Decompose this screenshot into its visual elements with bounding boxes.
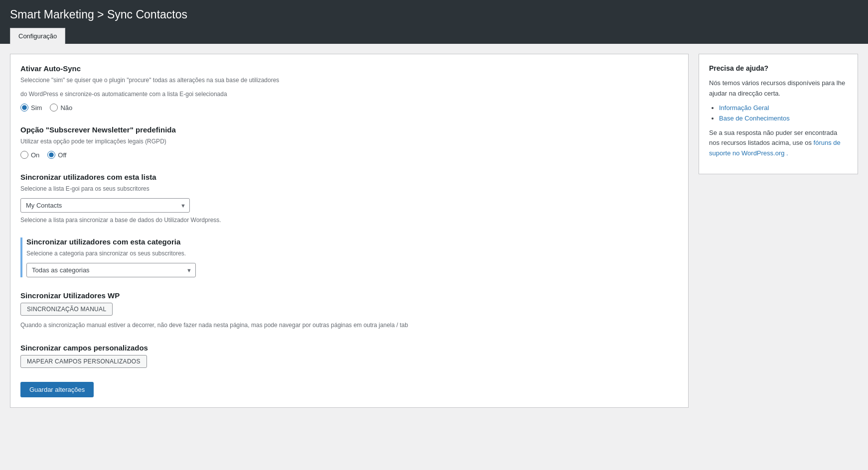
newsletter-on-radio[interactable] <box>20 151 28 159</box>
manual-sync-button[interactable]: SINCRONIZAÇÃO MANUAL <box>20 303 113 316</box>
sidebar-link-item-1: Base de Conhecimentos <box>719 115 848 122</box>
sidebar-links-list: Informação Geral Base de Conhecimentos <box>719 104 848 122</box>
page-header: Smart Marketing > Sync Contactos Configu… <box>0 0 868 44</box>
sync-wp-users-desc: Quando a sincronização manual estiver a … <box>20 321 678 330</box>
newsletter-off-radio[interactable] <box>47 151 55 159</box>
map-custom-fields-button[interactable]: MAPEAR CAMPOS PERSONALIZADOS <box>20 355 147 368</box>
newsletter-radio-group: On Off <box>20 151 678 159</box>
newsletter-off-label[interactable]: Off <box>47 151 66 159</box>
section-newsletter: Opção "Subscrever Newsletter" predefinid… <box>20 125 678 159</box>
sidebar-title: Precisa de ajuda? <box>709 64 848 72</box>
newsletter-on-label[interactable]: On <box>20 151 39 159</box>
sync-wp-users-title: Sincronizar Utilizadores WP <box>20 291 678 300</box>
sync-category-select[interactable]: Todas as categorias <box>26 263 196 277</box>
sidebar-intro: Nós temos vários recursos disponíveis pa… <box>709 78 848 99</box>
auto-sync-desc1: Seleccione "sim" se quiser que o plugin … <box>20 76 678 85</box>
save-button[interactable]: Guardar alterações <box>20 382 94 397</box>
sync-list-title: Sincronizar utilizadores com esta lista <box>20 173 678 181</box>
tabs-bar: Configuração <box>10 27 858 44</box>
main-panel: Ativar Auto-Sync Seleccione "sim" se qui… <box>10 54 689 408</box>
sync-list-select[interactable]: My Contacts <box>20 198 190 213</box>
sidebar-panel: Precisa de ajuda? Nós temos vários recur… <box>699 54 858 174</box>
sync-list-hint: Selecione a lista para sincronizar a bas… <box>20 217 678 224</box>
newsletter-title: Opção "Subscrever Newsletter" predefinid… <box>20 125 678 134</box>
auto-sync-yes-label[interactable]: Sim <box>20 104 42 112</box>
save-section: Guardar alterações <box>20 382 678 397</box>
sync-category-title: Sincronizar utilizadores com esta catego… <box>26 237 678 246</box>
auto-sync-title: Ativar Auto-Sync <box>20 64 678 73</box>
content-area: Ativar Auto-Sync Seleccione "sim" se qui… <box>0 44 868 418</box>
sidebar-link-1[interactable]: Base de Conhecimentos <box>719 115 790 122</box>
sync-category-select-wrapper: Todas as categorias ▼ <box>26 263 196 277</box>
page-title: Smart Marketing > Sync Contactos <box>10 8 858 21</box>
auto-sync-no-label[interactable]: Não <box>50 104 72 112</box>
section-sync-list: Sincronizar utilizadores com esta lista … <box>20 173 678 224</box>
auto-sync-no-radio[interactable] <box>50 104 58 112</box>
sync-list-select-wrapper: My Contacts ▼ <box>20 198 190 213</box>
tab-configuracao[interactable]: Configuração <box>10 28 65 44</box>
section-sync-custom-fields: Sincronizar campos personalizados MAPEAR… <box>20 344 678 368</box>
auto-sync-desc2: do WordPress e sincronize-os automaticam… <box>20 90 678 99</box>
sync-list-desc: Selecione a lista E-goi para os seus sub… <box>20 184 678 193</box>
section-sync-wp-users: Sincronizar Utilizadores WP SINCRONIZAÇÃ… <box>20 291 678 330</box>
auto-sync-yes-radio[interactable] <box>20 104 28 112</box>
section-auto-sync: Ativar Auto-Sync Seleccione "sim" se qui… <box>20 64 678 112</box>
sync-custom-fields-title: Sincronizar campos personalizados <box>20 344 678 352</box>
sync-category-desc: Selecione a categoria para sincronizar o… <box>26 249 678 258</box>
section-sync-category: Sincronizar utilizadores com esta catego… <box>20 237 678 277</box>
auto-sync-radio-group: Sim Não <box>20 104 678 112</box>
newsletter-desc: Utilizar esta opção pode ter implicações… <box>20 137 678 146</box>
sidebar-footer-text: Se a sua resposta não puder ser encontra… <box>709 128 848 159</box>
sidebar-link-0[interactable]: Informação Geral <box>719 104 769 112</box>
sidebar-link-item-0: Informação Geral <box>719 104 848 112</box>
